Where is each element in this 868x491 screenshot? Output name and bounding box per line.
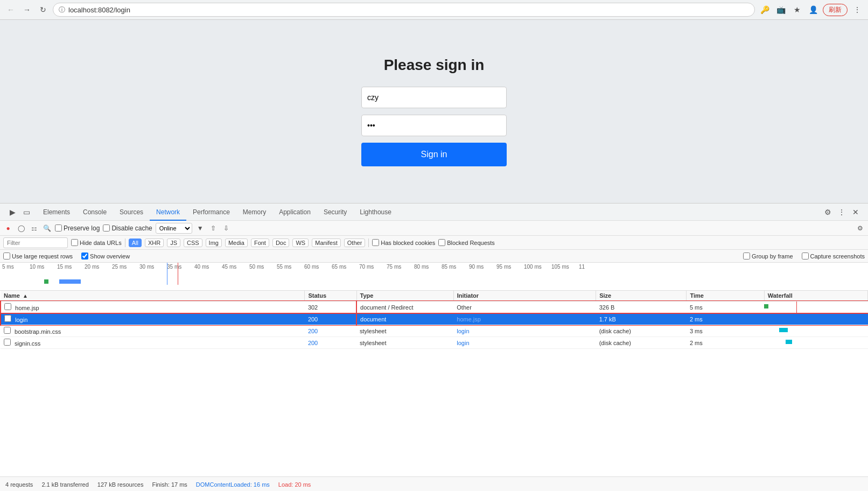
table-row[interactable]: signin.css200stylesheetlogin(disk cache)… [1,337,868,349]
preserve-log-checkbox[interactable] [55,225,62,232]
devtools-inspect-icon[interactable]: ▶ [6,206,18,218]
large-rows-label[interactable]: Use large request rows [3,252,73,259]
devtools-device-icon[interactable]: ▭ [20,206,32,218]
key-icon-btn[interactable]: 🔑 [758,3,771,16]
tab-elements[interactable]: Elements [37,204,76,221]
row-initiator[interactable]: login [453,337,596,349]
blocked-requests-checkbox[interactable] [438,239,445,246]
record-button[interactable]: ● [3,223,13,233]
type-filter-font[interactable]: Font [251,239,269,247]
signin-form: Sign in [361,87,507,166]
row-initiator[interactable]: home.jsp [453,313,596,325]
capture-screenshots-text: Capture screenshots [810,253,865,259]
row-time: 3 ms [687,325,764,337]
filter-input[interactable] [3,237,68,248]
preserve-log-label[interactable]: Preserve log [55,225,100,232]
export-button[interactable]: ⇩ [221,223,231,233]
row-initiator[interactable]: login [453,325,596,337]
initiator-link[interactable]: home.jsp [457,316,481,322]
show-overview-checkbox[interactable] [81,252,88,259]
row-checkbox[interactable] [4,339,11,346]
table-row[interactable]: home.jsp302document / RedirectOther326 B… [1,301,868,313]
col-header-waterfall[interactable]: Waterfall [764,291,867,301]
type-filter-manifest[interactable]: Manifest [312,239,341,247]
forward-button[interactable]: → [20,3,33,16]
throttle-select[interactable]: Online Slow 3G Fast 3G Offline [156,223,192,234]
refresh-label-btn[interactable]: 刷新 [823,4,848,16]
username-input[interactable] [361,87,507,108]
has-blocked-cookies-text: Has blocked cookies [381,240,435,246]
row-size: 326 B [596,301,687,313]
tab-performance[interactable]: Performance [186,204,236,221]
row-name: login [15,317,27,323]
col-header-size[interactable]: Size [596,291,687,301]
search-settings-icon[interactable]: ⚙ [855,223,865,233]
clear-button[interactable]: ◯ [16,223,26,233]
type-filter-all[interactable]: All [129,239,142,247]
type-filter-img[interactable]: Img [206,239,222,247]
row-checkbox[interactable] [4,327,11,334]
lock-icon: ⓘ [59,5,65,15]
tab-console[interactable]: Console [76,204,113,221]
type-filter-xhr[interactable]: XHR [145,239,164,247]
import-button[interactable]: ⇧ [208,223,218,233]
back-button[interactable]: ← [4,3,17,16]
account-icon-btn[interactable]: 👤 [807,3,820,16]
col-header-status[interactable]: Status [305,291,356,301]
row-waterfall [764,325,867,337]
type-filter-ws[interactable]: WS [292,239,309,247]
devtools-tab-icons: ▶ ▭ [2,206,37,218]
capture-screenshots-label[interactable]: Capture screenshots [802,252,865,259]
row-checkbox[interactable] [4,315,11,322]
close-devtools-icon[interactable]: ✕ [850,206,862,218]
type-filter-css[interactable]: CSS [184,239,202,247]
hide-data-urls-checkbox[interactable] [71,239,78,246]
col-header-initiator[interactable]: Initiator [453,291,596,301]
disable-cache-label[interactable]: Disable cache [103,225,152,232]
hide-data-urls-label[interactable]: Hide data URLs [71,239,122,246]
initiator-link[interactable]: login [457,340,469,346]
type-filter-other[interactable]: Other [344,239,366,247]
capture-screenshots-checkbox[interactable] [802,252,809,259]
blocked-requests-label[interactable]: Blocked Requests [438,239,495,246]
table-row[interactable]: bootstrap.min.css200stylesheetlogin(disk… [1,325,868,337]
row-waterfall [764,301,867,313]
address-bar[interactable]: ⓘ localhost:8082/login [53,3,755,17]
show-overview-label[interactable]: Show overview [81,252,130,259]
type-filter-js[interactable]: JS [167,239,180,247]
group-by-frame-label[interactable]: Group by frame [743,252,793,259]
throttle-config-icon[interactable]: ▼ [195,223,205,233]
filter-toggle-button[interactable]: ⚏ [29,223,39,233]
initiator-link[interactable]: login [457,328,469,334]
type-filter-doc[interactable]: Doc [272,239,290,247]
table-row[interactable]: login200documenthome.jsp1.7 kB2 ms [1,313,868,325]
refresh-button[interactable]: ↻ [37,3,50,16]
password-input[interactable] [361,115,507,136]
tab-network[interactable]: Network [150,204,186,221]
more-icon[interactable]: ⋮ [836,206,848,218]
settings-icon[interactable]: ⚙ [822,206,834,218]
disable-cache-checkbox[interactable] [103,225,110,232]
tab-application[interactable]: Application [272,204,317,221]
dom-content-loaded: DOMContentLoaded: 16 ms [196,481,270,488]
type-filter-media[interactable]: Media [225,239,248,247]
bookmark-icon-btn[interactable]: ★ [790,3,803,16]
menu-icon-btn[interactable]: ⋮ [851,3,864,16]
tab-memory[interactable]: Memory [236,204,272,221]
signin-button[interactable]: Sign in [361,143,507,166]
row-size: (disk cache) [596,337,687,349]
row-checkbox[interactable] [4,303,11,310]
search-button[interactable]: 🔍 [42,223,52,233]
tab-security[interactable]: Security [317,204,353,221]
cast-icon-btn[interactable]: 📺 [774,3,787,16]
col-header-name[interactable]: Name ▲ [1,291,305,301]
col-header-time[interactable]: Time [687,291,764,301]
large-rows-checkbox[interactable] [3,252,10,259]
has-blocked-cookies-checkbox[interactable] [372,239,379,246]
load-time: Load: 20 ms [278,481,311,488]
col-header-type[interactable]: Type [356,291,453,301]
has-blocked-cookies-label[interactable]: Has blocked cookies [372,239,435,246]
group-by-frame-checkbox[interactable] [743,252,750,259]
tab-lighthouse[interactable]: Lighthouse [353,204,398,221]
tab-sources[interactable]: Sources [113,204,150,221]
